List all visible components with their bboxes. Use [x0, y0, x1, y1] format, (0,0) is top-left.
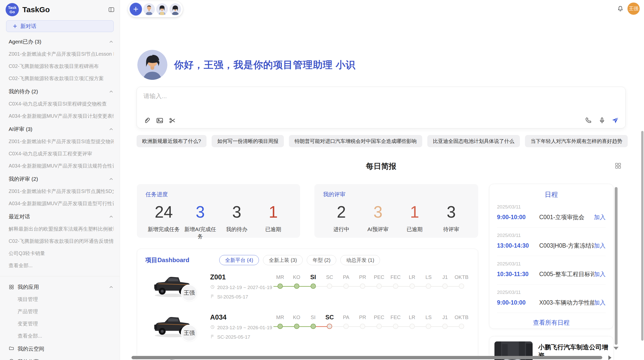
- avatar[interactable]: [169, 3, 181, 15]
- dashboard-filter-chip[interactable]: 动总开发 (1): [340, 255, 380, 265]
- user-avatar[interactable]: 王强: [627, 3, 640, 15]
- event-date: 2025/03/11: [497, 204, 606, 210]
- clock-icon: [210, 325, 215, 331]
- window-vertical-scrollbar[interactable]: [641, 131, 643, 341]
- sidebar-item[interactable]: A034-全新新能源MUV产品开发项目法规符合性评审: [9, 162, 114, 169]
- rail-vertical-scrollbar[interactable]: [615, 187, 618, 345]
- dashboard-filter-chip[interactable]: 年型 (2): [307, 255, 336, 265]
- sidebar-section-title: 我的待办 (2): [9, 88, 38, 95]
- bell-icon[interactable]: [617, 5, 624, 12]
- paperclip-icon[interactable]: [143, 116, 151, 125]
- milestone-dot: [327, 324, 332, 329]
- stat: 24新增完成任务: [145, 204, 182, 240]
- horizontal-scrollbar[interactable]: [131, 356, 602, 359]
- sidebar-item[interactable]: C0X4-动力总成开发项目SI里程碑提交物检查: [9, 100, 114, 107]
- sidebar-section-title: 最近对话: [9, 213, 30, 220]
- suggestion-chip[interactable]: 特朗普可能对进口汽车增税会对中国车企造成哪些影响: [289, 135, 422, 147]
- sidebar-header: Task Go TaskGo: [0, 0, 120, 16]
- milestone-dot-row: [420, 324, 437, 329]
- milestone-node: PR: [354, 313, 371, 329]
- divider: [0, 276, 120, 276]
- milestone-node: LS: [420, 313, 437, 329]
- sidebar-item[interactable]: C0X4-动力总成开发项目工程变更评审: [9, 150, 114, 157]
- sidebar-app-subitem[interactable]: 查看全部...: [18, 333, 114, 339]
- milestone-node: SI: [305, 313, 321, 329]
- milestone-timeline: MRKOSISCPAPRPECFECLRLSJ1OKTB: [272, 313, 470, 329]
- project-flag: SC-2025-05-17: [210, 334, 270, 340]
- join-button[interactable]: 加入: [594, 213, 606, 221]
- send-icon[interactable]: [611, 116, 619, 125]
- sidebar-scroll: Agent已办 (3)Z001-全新燃油皮卡产品开发项目SI节点Lesson L…: [0, 38, 120, 360]
- view-all-schedule-link[interactable]: 查看所有日程: [497, 319, 606, 327]
- add-contact-button[interactable]: [130, 3, 142, 16]
- milestone-dot-row: [288, 324, 305, 329]
- project-owner-badge: 王强: [181, 284, 198, 301]
- sidebar-item[interactable]: Z001-全新燃油轻卡产品开发项目SI造型提交物评审: [9, 138, 114, 145]
- sidebar-item-my-apps[interactable]: 我的应用: [9, 283, 114, 291]
- join-button[interactable]: 加入: [594, 299, 606, 307]
- sidebar-section-header[interactable]: 最近对话: [9, 213, 114, 220]
- sidebar-item[interactable]: Z001-全新燃油轻卡产品开发项目SI节点属性5D文件评审: [9, 188, 114, 195]
- sidebar-section-header[interactable]: 我的待办 (2): [9, 88, 114, 95]
- join-button[interactable]: 加入: [594, 242, 606, 250]
- milestone-dot-row: [371, 283, 387, 289]
- chat-input[interactable]: [143, 92, 485, 107]
- chevron-up-icon: [109, 176, 114, 182]
- sidebar-app-subitem[interactable]: 变更管理: [18, 320, 114, 327]
- dashboard-filter-chip[interactable]: 全新上装 (3): [263, 255, 303, 265]
- sidebar-item[interactable]: C02-飞腾新能源轻客改款项目里程碑画布: [9, 63, 114, 70]
- stat: 1已逾期: [255, 204, 292, 240]
- join-button[interactable]: 加入: [594, 270, 606, 278]
- app-title: TaskGo: [22, 5, 108, 14]
- chevron-up-icon: [109, 127, 114, 132]
- grid-icon[interactable]: [614, 162, 622, 170]
- sidebar-item[interactable]: C02-飞腾新能源轻客改款项目的闭环通告反馈情况: [9, 238, 114, 245]
- sidebar-section-header[interactable]: 我的评审 (2): [9, 175, 114, 183]
- milestone-dot-row: [404, 324, 420, 329]
- sidebar-app-subitem[interactable]: 产品管理: [18, 308, 114, 315]
- sidebar: Task Go TaskGo 新对话 Agent已办 (3)Z001-全新燃油皮…: [0, 0, 120, 360]
- cloud-space-icon: [9, 346, 14, 352]
- dashboard-filter-chip[interactable]: 全新平台 (4): [219, 255, 259, 265]
- panel-collapse-icon[interactable]: [108, 6, 115, 13]
- suggestion-chip[interactable]: 欧洲新规最近颁布了什么?: [137, 135, 207, 147]
- milestone-dot: [311, 324, 316, 329]
- sidebar-section-header[interactable]: Agent已办 (3): [9, 38, 114, 45]
- sidebar-item[interactable]: A034-全新新能源MUV产品开发项目造型可行性评审: [9, 200, 114, 207]
- phone-icon[interactable]: [585, 116, 593, 125]
- sidebar-item-我的收藏[interactable]: 我的收藏: [9, 358, 114, 360]
- scroll-right-arrow[interactable]: [608, 355, 611, 360]
- sidebar-item-我的云空间[interactable]: 我的云空间: [9, 345, 114, 352]
- milestone-dot: [360, 324, 365, 329]
- sidebar-app-subitem[interactable]: 项目管理: [18, 296, 114, 303]
- milestone-dot: [393, 283, 398, 289]
- mic-icon[interactable]: [598, 116, 606, 125]
- sidebar-item[interactable]: C02-飞腾新能源轻客改款项目立项汇报方案: [9, 75, 114, 82]
- daily-brief-header: 每日简报: [137, 161, 626, 172]
- new-chat-button[interactable]: 新对话: [6, 20, 114, 32]
- sidebar-item[interactable]: 公司Q3轻卡销量: [9, 250, 114, 257]
- stat-label: 已逾期: [396, 226, 433, 233]
- suggestion-chip[interactable]: 当下年轻人对汽车外观有怎样的喜好趋势: [525, 135, 628, 147]
- avatar[interactable]: [143, 3, 155, 15]
- avatar[interactable]: [156, 3, 168, 15]
- suggestion-chip[interactable]: 如何写一份清晰的项目周报: [212, 135, 284, 147]
- suggestion-chip[interactable]: 比亚迪全固态电池计划具体说了什么: [427, 135, 520, 147]
- sidebar-section-header[interactable]: AI评审 (3): [9, 126, 114, 133]
- scroll-down-arrow[interactable]: [613, 347, 619, 350]
- sidebar-item[interactable]: 解释最新出台的欧盟报废车法规再生塑料比例被调至15%...: [9, 226, 114, 232]
- scissors-icon[interactable]: [168, 116, 177, 125]
- suggestion-chips: 欧洲新规最近颁布了什么?如何写一份清晰的项目周报特朗普可能对进口汽车增税会对中国…: [137, 135, 626, 147]
- quick-contacts-bar: [128, 1, 183, 17]
- sidebar-item[interactable]: A034-全新新能源MUV产品开发项目计划变更表编写: [9, 113, 114, 119]
- milestone-dot: [409, 283, 415, 289]
- image-icon[interactable]: [156, 116, 164, 125]
- milestone-node: J1: [437, 273, 453, 289]
- milestone-dot: [294, 283, 299, 289]
- milestone-dot: [426, 283, 431, 289]
- sidebar-item[interactable]: 查看全部...: [9, 262, 114, 269]
- event-date: 2025/03/11: [497, 233, 606, 238]
- milestone-label: MR: [272, 273, 288, 281]
- sidebar-item[interactable]: Z001-全新燃油皮卡产品开发项目SI节点Lesson Learn报告: [9, 51, 114, 57]
- milestone-dot: [277, 324, 283, 329]
